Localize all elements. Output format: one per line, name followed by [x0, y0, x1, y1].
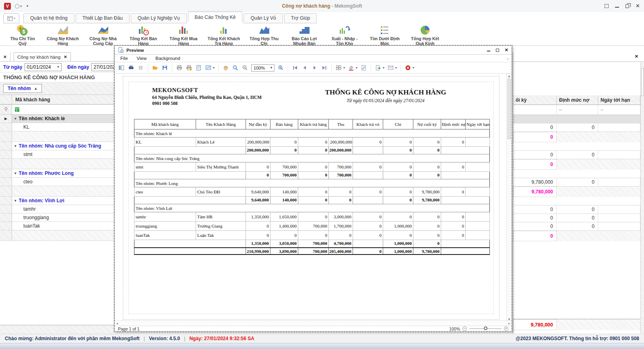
- scale-button[interactable]: [205, 64, 212, 71]
- hand-tool-button[interactable]: [222, 64, 229, 71]
- right-item-row[interactable]: 00: [513, 205, 640, 214]
- preview-horizontal-scrollbar[interactable]: ◂▸: [115, 320, 512, 326]
- minimize-button[interactable]: [615, 7, 619, 8]
- zoom-in-icon[interactable]: +: [504, 326, 508, 331]
- chevron-down-icon[interactable]: ▾: [413, 66, 414, 70]
- right-item-row[interactable]: 9,780,0000: [513, 178, 640, 187]
- ribbon-xuat-nhap-ton-kho[interactable]: Xuất - Nhập - Tồn Kho: [324, 24, 365, 46]
- ribbon-ton-duoi-dinh-muc[interactable]: Tồn Dưới Định Mức: [365, 24, 405, 46]
- left-item-row[interactable]: tamhr: [0, 205, 114, 214]
- tab-close-icon[interactable]: ✕: [64, 55, 67, 59]
- scrollbar-thumb[interactable]: [641, 68, 644, 96]
- column-header-dinh-muc-no[interactable]: Định mức nợ: [557, 95, 598, 105]
- close-button[interactable]: ✕: [636, 4, 640, 8]
- to-date-input[interactable]: 27/01/2024: [91, 63, 114, 71]
- exit-preview-button[interactable]: [405, 64, 411, 71]
- chevron-down-icon[interactable]: ▾: [383, 66, 384, 70]
- export-document-button[interactable]: [375, 64, 382, 71]
- menu-background[interactable]: Background: [155, 56, 180, 61]
- quick-access-circle-icon[interactable]: [15, 4, 19, 8]
- left-grid-filter-row[interactable]: [0, 105, 114, 115]
- left-item-row[interactable]: luanTak: [0, 222, 114, 230]
- tab-thiet-lap-ban-dau[interactable]: Thiết Lập Ban Đầu: [76, 13, 130, 23]
- preview-maximize-button[interactable]: [496, 49, 499, 52]
- chevron-down-icon[interactable]: ▾: [213, 66, 215, 70]
- preview-vertical-scrollbar[interactable]: ▲ ▼: [506, 74, 512, 322]
- left-item-row[interactable]: truonggiang: [0, 214, 114, 222]
- scroll-up-icon[interactable]: ▲: [507, 74, 512, 79]
- ribbon-thu-chi-ton-quy[interactable]: €$Thu Chi Tồn Quỹ: [2, 24, 43, 46]
- left-group-row[interactable]: ▾Tên nhóm: Nhà cung cấp Sóc Trăng: [0, 142, 114, 150]
- vertical-scrollbar[interactable]: [640, 62, 644, 334]
- tab-quan-ly-vo[interactable]: Quản Lý Vỏ: [244, 13, 283, 23]
- search-button[interactable]: [128, 64, 134, 71]
- zoom-in-button[interactable]: [277, 64, 284, 71]
- left-group-row[interactable]: ▾Tên nhóm: Vĩnh Lợi: [0, 197, 114, 205]
- menu-file[interactable]: File: [120, 56, 128, 61]
- right-group-band[interactable]: [513, 170, 640, 178]
- chevron-down-icon[interactable]: ⌄: [506, 56, 509, 60]
- zoom-combo[interactable]: 100%▼: [251, 64, 275, 72]
- right-group-band[interactable]: [513, 115, 640, 123]
- multiple-pages-button[interactable]: [335, 64, 342, 71]
- right-item-row[interactable]: 00: [513, 214, 640, 222]
- zoom-slider[interactable]: [469, 328, 502, 329]
- scrollbar-thumb[interactable]: [508, 79, 511, 139]
- left-item-row[interactable]: KL: [0, 123, 114, 131]
- group-chip-ten-nhom[interactable]: Tên nhóm▲: [3, 84, 42, 93]
- filter-cell[interactable]: –: [598, 105, 640, 115]
- ribbon-cong-no-khach-hang[interactable]: Công Nợ Khách Hàng: [43, 24, 83, 46]
- column-header-ma-khach-hang[interactable]: Mã khách hàng: [12, 95, 114, 104]
- customize-button[interactable]: [137, 64, 144, 71]
- tab-quan-ly-nghiep-vu[interactable]: Quản Lý Nghiệp Vụ: [131, 13, 187, 23]
- zoom-slider-knob[interactable]: [484, 326, 487, 330]
- right-group-band[interactable]: [513, 142, 640, 151]
- preview-close-button[interactable]: ✕: [505, 47, 508, 53]
- scroll-right-icon[interactable]: ▸: [508, 322, 510, 325]
- ribbon-tong-ket-ban-hang[interactable]: Tổng Kết Bán Hàng: [123, 24, 163, 46]
- chevron-down-icon[interactable]: ▾: [356, 66, 357, 70]
- ribbon-tong-ket-mua-hang[interactable]: Tổng Kết Mua Hàng: [163, 24, 204, 46]
- last-page-button[interactable]: [321, 64, 328, 71]
- from-date-input[interactable]: 01/01/2024▼: [25, 63, 62, 71]
- left-group-row[interactable]: ▾Tên nhóm: Phước Long: [0, 169, 114, 178]
- tab-bao-cao-thong-ke[interactable]: Báo Cáo Thống Kê: [188, 12, 243, 23]
- previous-page-button[interactable]: [301, 64, 308, 71]
- zoom-out-button[interactable]: [242, 64, 248, 71]
- ribbon-cong-no-nha-cung-cap[interactable]: Công Nợ Nhà Cung Cấp: [83, 24, 123, 46]
- close-all-tabs-button[interactable]: ✕: [0, 52, 10, 61]
- chevron-down-icon[interactable]: ▾: [343, 66, 345, 70]
- restore-button[interactable]: [625, 4, 629, 8]
- document-map-button[interactable]: [118, 64, 125, 71]
- fullscreen-button[interactable]: [605, 4, 609, 8]
- tab-tro-giup[interactable]: Trợ Giúp: [284, 13, 317, 23]
- window-list-button[interactable]: ▿: [3, 13, 19, 23]
- scroll-left-icon[interactable]: ◂: [116, 322, 118, 325]
- quick-access-toolbar[interactable]: ▾: [15, 4, 22, 8]
- right-item-row[interactable]: 00: [513, 151, 640, 159]
- menu-view[interactable]: View: [137, 56, 147, 61]
- page-setup-button[interactable]: [195, 64, 202, 71]
- filter-cell[interactable]: [513, 105, 557, 115]
- open-button[interactable]: [152, 64, 159, 71]
- page-color-button[interactable]: [348, 64, 355, 71]
- magnifier-tool-button[interactable]: [232, 64, 239, 71]
- preview-minimize-button[interactable]: [487, 51, 490, 51]
- right-grid-filter-row[interactable]: – –: [513, 105, 640, 115]
- left-item-row[interactable]: stmt: [0, 150, 114, 159]
- first-page-button[interactable]: [292, 64, 299, 71]
- print-button[interactable]: [176, 64, 183, 71]
- left-item-row[interactable]: cteo: [0, 178, 114, 186]
- left-group-row[interactable]: ▶▾Tên nhóm: Khách lẻ: [0, 115, 114, 123]
- zoom-out-icon[interactable]: −: [462, 326, 467, 331]
- save-button[interactable]: [161, 64, 168, 71]
- chevron-down-icon[interactable]: ▼: [270, 66, 273, 70]
- column-header-no-cuoi-ky[interactable]: ối kỳ: [513, 95, 557, 105]
- column-header-ngay-toi-han[interactable]: Ngày tới hạn: [598, 95, 640, 105]
- chevron-down-icon[interactable]: ▼: [56, 65, 60, 69]
- chevron-down-icon[interactable]: ▾: [395, 66, 397, 70]
- panel-close-icon[interactable]: ✕: [635, 54, 638, 59]
- watermark-button[interactable]: [360, 64, 367, 71]
- send-email-button[interactable]: [387, 64, 394, 71]
- right-item-row[interactable]: 00: [513, 123, 640, 132]
